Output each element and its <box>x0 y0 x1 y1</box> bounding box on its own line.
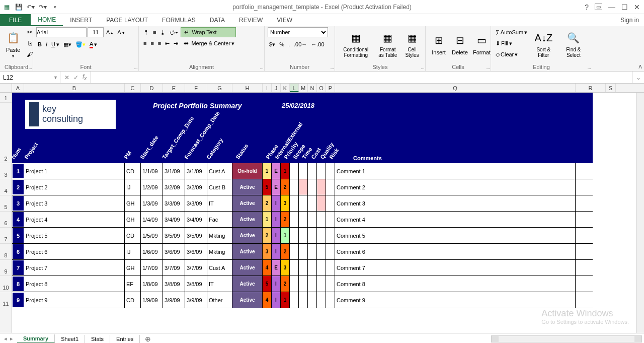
cell-comment[interactable]: Comment 3 <box>335 195 576 211</box>
align-right-button[interactable]: ≡ <box>156 38 163 48</box>
table-row[interactable]: 6Project 6IJ1/6/093/6/093/6/09MktingActi… <box>12 244 593 260</box>
sheet-tab-sheet1[interactable]: Sheet1 <box>55 335 85 343</box>
cell-risk[interactable] <box>326 244 335 259</box>
cell-scope[interactable] <box>290 260 299 276</box>
cell-cost[interactable] <box>308 163 317 179</box>
cell-num[interactable]: 6 <box>12 244 24 259</box>
cell-comment[interactable]: Comment 1 <box>335 163 576 179</box>
save-icon[interactable]: 💾 <box>14 3 23 12</box>
wrap-text-button[interactable]: ↵Wrap Text <box>181 27 236 37</box>
cell-scope[interactable] <box>290 163 299 179</box>
cell-pri[interactable]: 2 <box>281 244 290 259</box>
cell-target[interactable]: 3/7/09 <box>163 260 185 276</box>
cell-forecast[interactable]: 3/2/09 <box>185 179 207 195</box>
tab-insert[interactable]: INSERT <box>63 14 99 26</box>
cell-risk[interactable] <box>326 179 335 195</box>
cell-forecast[interactable]: 3/8/09 <box>185 276 207 292</box>
autosum-button[interactable]: ∑ AutoSum ▾ <box>494 27 529 37</box>
cell-target[interactable]: 3/9/09 <box>163 292 185 308</box>
decrease-font-button[interactable]: A▾ <box>116 27 126 37</box>
cell-pri[interactable]: 1 <box>281 228 290 243</box>
cell-cat[interactable]: Cust A <box>207 163 232 179</box>
cell-qual[interactable] <box>317 244 326 259</box>
cell-ie[interactable]: I <box>272 212 281 227</box>
cell-pri[interactable]: 2 <box>281 276 290 292</box>
accounting-format-button[interactable]: $▾ <box>268 39 277 49</box>
col-header-N[interactable]: N <box>308 84 317 92</box>
cell-ie[interactable]: I <box>272 276 281 292</box>
sheet-tab-entries[interactable]: Entries <box>110 335 140 343</box>
cell-risk[interactable] <box>326 228 335 243</box>
column-headers[interactable]: ABCDEFGHIJKLMNOPQRS <box>0 84 644 93</box>
table-row[interactable]: 1Project 1CD1/1/093/1/093/1/09Cust AOn-h… <box>12 163 593 179</box>
cell-risk[interactable] <box>326 260 335 276</box>
cell-phase[interactable]: 4 <box>263 260 272 276</box>
row-header-6[interactable]: 6 <box>0 212 12 228</box>
col-header-O[interactable]: O <box>317 84 326 92</box>
cell-ie[interactable]: E <box>272 179 281 195</box>
cell-time[interactable] <box>299 212 308 227</box>
cell-pri[interactable]: 1 <box>281 163 290 179</box>
cell-time[interactable] <box>299 195 308 211</box>
cell-comment[interactable]: Comment 4 <box>335 212 576 227</box>
row-header-4[interactable]: 4 <box>0 179 12 195</box>
redo-icon[interactable]: ↷▾ <box>38 3 47 12</box>
cell-risk[interactable] <box>326 163 335 179</box>
cell-cost[interactable] <box>308 212 317 227</box>
increase-font-button[interactable]: A▴ <box>105 27 115 37</box>
sheet-tab-summary[interactable]: Summary <box>17 334 55 344</box>
formula-input[interactable] <box>91 72 632 83</box>
row-header-1[interactable]: 1 <box>0 93 12 103</box>
col-header-K[interactable]: K <box>281 84 290 92</box>
cell-phase[interactable]: 2 <box>263 195 272 211</box>
cell-cat[interactable]: Mkting <box>207 228 232 243</box>
cell-start[interactable]: 1/2/09 <box>141 179 163 195</box>
cell-qual[interactable] <box>317 163 326 179</box>
cell-pm[interactable]: CD <box>125 163 141 179</box>
sheet-tab-stats[interactable]: Stats <box>85 335 110 343</box>
tab-file[interactable]: FILE <box>0 14 31 26</box>
cell-styles-button[interactable]: ▦Cell Styles <box>402 27 422 60</box>
tab-scroll-right-icon[interactable]: ▸ <box>10 335 13 342</box>
cell-start[interactable]: 1/8/09 <box>141 276 163 292</box>
cell-start[interactable]: 1/5/09 <box>141 228 163 243</box>
cell-cost[interactable] <box>308 228 317 243</box>
cell-target[interactable]: 3/6/09 <box>163 244 185 259</box>
cell-phase[interactable]: 3 <box>263 244 272 259</box>
cell-cost[interactable] <box>308 276 317 292</box>
cell-risk[interactable] <box>326 195 335 211</box>
col-header-D[interactable]: D <box>141 84 163 92</box>
cell-time[interactable] <box>299 163 308 179</box>
cell-ie[interactable]: E <box>272 260 281 276</box>
underline-button[interactable]: U▾ <box>50 39 61 49</box>
cell-qual[interactable] <box>317 228 326 243</box>
row-headers[interactable]: 1234567891011 <box>0 93 12 333</box>
expand-formula-icon[interactable]: ⌄ <box>632 72 644 83</box>
align-left-button[interactable]: ≡ <box>142 38 148 48</box>
collapse-ribbon-icon[interactable]: ᴧ <box>638 63 642 70</box>
cell-pm[interactable]: IJ <box>125 179 141 195</box>
cell-time[interactable] <box>299 292 308 308</box>
col-header-J[interactable]: J <box>272 84 281 92</box>
ribbon-display-icon[interactable]: ▭ <box>595 4 602 10</box>
font-size-input[interactable] <box>88 27 104 37</box>
table-row[interactable]: 5Project 5CD1/5/093/5/093/5/09MktingActi… <box>12 228 593 244</box>
cell-qual[interactable] <box>317 260 326 276</box>
table-row[interactable]: 7Project 7GH1/7/093/7/093/7/09Cust AActi… <box>12 260 593 276</box>
cell-cost[interactable] <box>308 260 317 276</box>
maximize-icon[interactable]: ☐ <box>621 3 628 11</box>
cell-scope[interactable] <box>290 195 299 211</box>
cell-cat[interactable]: Other <box>207 292 232 308</box>
insert-cells-button[interactable]: ⊞Insert <box>429 27 449 60</box>
align-middle-button[interactable]: ≡ <box>151 27 157 37</box>
select-all-corner[interactable] <box>0 84 12 92</box>
cell-qual[interactable] <box>317 292 326 308</box>
cell-num[interactable]: 9 <box>12 292 24 308</box>
cell-status[interactable]: On-hold <box>232 163 263 179</box>
col-header-S[interactable]: S <box>606 84 616 92</box>
cell-scope[interactable] <box>290 179 299 195</box>
enter-formula-icon[interactable]: ✓ <box>73 74 78 81</box>
cell-cost[interactable] <box>308 195 317 211</box>
cell-status[interactable]: Active <box>232 244 263 259</box>
cell-pri[interactable]: 3 <box>281 195 290 211</box>
